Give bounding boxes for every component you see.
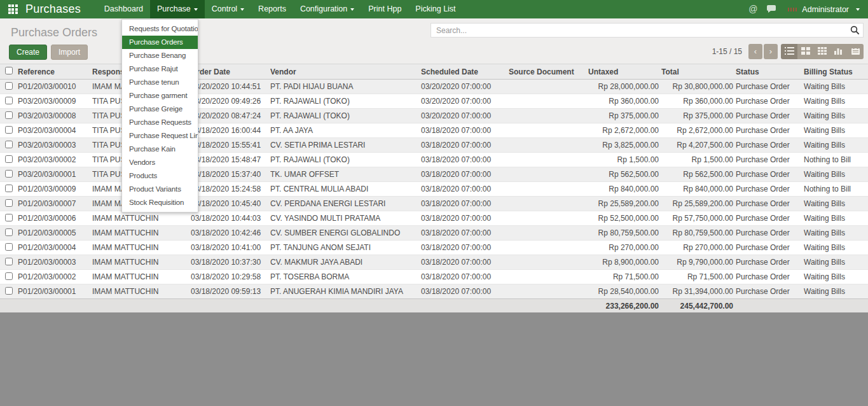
cell-scheduled-date: 03/18/2020 07:00:00: [421, 138, 509, 153]
menu-item-stock-requisition[interactable]: Stock Requisition: [122, 196, 198, 209]
cell-reference: P01/20/03/00004: [18, 241, 92, 255]
table-row[interactable]: P01/20/03/00001IMAM MATTUCHIN03/18/2020 …: [0, 284, 868, 299]
cell-untaxed: Rp 71,500.00: [588, 270, 661, 284]
cell-source-document: [509, 94, 588, 109]
view-switcher: [781, 44, 864, 59]
row-checkbox[interactable]: [5, 97, 13, 104]
menu-item-purchase-garment[interactable]: Purchase garment: [122, 89, 198, 102]
col-header-order-date[interactable]: Order Date: [191, 64, 270, 80]
cell-vendor: CV. PERDANA ENERGI LESTARI: [270, 197, 421, 211]
col-header-billing-status[interactable]: Billing Status: [804, 64, 868, 80]
cell-source-document: [509, 197, 588, 211]
nav-menu-picking-list[interactable]: Picking List: [408, 0, 462, 18]
mention-icon[interactable]: @: [748, 0, 757, 18]
pivot-view-button[interactable]: [814, 44, 830, 59]
menu-item-purchase-kain[interactable]: Purchase Kain: [122, 143, 198, 156]
cell-untaxed: Rp 270,000.00: [588, 241, 661, 255]
row-checkbox[interactable]: [5, 126, 13, 134]
nav-menu-dashboard[interactable]: Dashboard: [97, 0, 150, 18]
table-row[interactable]: P01/20/03/00006IMAM MATTUCHIN03/18/2020 …: [0, 211, 868, 226]
col-header-vendor[interactable]: Vendor: [270, 64, 421, 80]
cell-source-document: [509, 109, 588, 123]
row-checkbox[interactable]: [5, 214, 13, 221]
pager-next-button[interactable]: ›: [764, 44, 778, 59]
menu-item-purchase-rajut[interactable]: Purchase Rajut: [122, 62, 198, 76]
col-header-untaxed[interactable]: Untaxed: [588, 64, 661, 80]
pager-range[interactable]: 1-15 / 15: [712, 47, 742, 56]
cell-billing-status: Waiting Bills: [804, 167, 868, 182]
table-row[interactable]: P01/20/03/00002IMAM MATTUCHIN03/18/2020 …: [0, 270, 868, 284]
cell-billing-status: Waiting Bills: [804, 94, 868, 109]
cell-status: Purchase Order: [736, 197, 804, 211]
user-menu[interactable]: Administrator: [787, 5, 860, 14]
menu-item-purchase-benang[interactable]: Purchase Benang: [122, 49, 198, 62]
pager-previous-button[interactable]: ‹: [748, 44, 762, 59]
menu-item-purchase-request-lines[interactable]: Purchase Request Lines: [122, 129, 198, 143]
cell-vendor: PT. CENTRAL MULIA ABADI: [270, 182, 421, 197]
menu-item-products[interactable]: Products: [122, 169, 198, 183]
cell-reference: P03/20/03/00004: [18, 123, 92, 138]
cell-source-document: [509, 138, 588, 153]
create-button[interactable]: Create: [9, 45, 47, 60]
menu-item-purchase-greige[interactable]: Purchase Greige: [122, 102, 198, 116]
chat-icon[interactable]: [767, 5, 777, 13]
apps-menu-button[interactable]: [0, 0, 25, 18]
table-row[interactable]: P01/20/03/00004IMAM MATTUCHIN03/18/2020 …: [0, 241, 868, 255]
search-icon[interactable]: [850, 25, 860, 35]
menu-item-purchase-requests[interactable]: Purchase Requests: [122, 116, 198, 129]
row-checkbox[interactable]: [5, 272, 13, 280]
table-row[interactable]: P01/20/03/00003IMAM MATTUCHIN03/18/2020 …: [0, 255, 868, 270]
graph-view-button[interactable]: [830, 44, 847, 59]
total-untaxed: 233,266,200.00: [588, 299, 661, 313]
menu-item-purchase-orders[interactable]: Purchase Orders: [122, 36, 198, 49]
calendar-view-button[interactable]: [847, 44, 864, 59]
table-row[interactable]: P01/20/03/00005IMAM MATTUCHIN03/18/2020 …: [0, 226, 868, 241]
menu-item-vendors[interactable]: Vendors: [122, 156, 198, 169]
select-all-checkbox[interactable]: [5, 67, 13, 74]
cell-scheduled-date: 03/18/2020 07:00:00: [421, 270, 509, 284]
col-header-total[interactable]: Total: [661, 64, 736, 80]
cell-status: Purchase Order: [736, 109, 804, 123]
cell-source-document: [509, 270, 588, 284]
import-button[interactable]: Import: [51, 45, 88, 60]
row-checkbox[interactable]: [5, 199, 13, 207]
cell-scheduled-date: 03/18/2020 07:00:00: [421, 284, 509, 299]
row-checkbox[interactable]: [5, 243, 13, 251]
row-checkbox[interactable]: [5, 228, 13, 236]
row-checkbox[interactable]: [5, 141, 13, 148]
cell-untaxed: Rp 28,000,000.00: [588, 80, 661, 94]
search-input[interactable]: [431, 24, 863, 37]
kanban-view-button[interactable]: [797, 44, 814, 59]
row-checkbox[interactable]: [5, 111, 13, 119]
menu-item-purchase-tenun[interactable]: Purchase tenun: [122, 76, 198, 89]
col-header-scheduled-date[interactable]: Scheduled Date: [421, 64, 509, 80]
list-view-button[interactable]: [781, 44, 797, 59]
cell-billing-status: Waiting Bills: [804, 123, 868, 138]
cell-vendor: PT. RAJAWALI (TOKO): [270, 94, 421, 109]
nav-menu-print-hpp[interactable]: Print Hpp: [361, 0, 408, 18]
col-header-status[interactable]: Status: [736, 64, 804, 80]
row-checkbox[interactable]: [5, 82, 13, 90]
cell-vendor: PT. RAJAWALI (TOKO): [270, 109, 421, 123]
nav-menu-reports[interactable]: Reports: [251, 0, 293, 18]
nav-menu-configuration[interactable]: Configuration: [293, 0, 361, 18]
row-checkbox[interactable]: [5, 185, 13, 192]
row-checkbox[interactable]: [5, 258, 13, 265]
row-checkbox[interactable]: [5, 287, 13, 295]
nav-menu-purchase[interactable]: Purchase: [150, 0, 205, 18]
row-checkbox[interactable]: [5, 155, 13, 163]
nav-menu-label: Purchase: [157, 4, 191, 13]
row-checkbox[interactable]: [5, 170, 13, 178]
col-header-source-document[interactable]: Source Document: [509, 64, 588, 80]
cell-status: Purchase Order: [736, 270, 804, 284]
cell-scheduled-date: 03/20/2020 07:00:00: [421, 94, 509, 109]
cell-scheduled-date: 03/18/2020 07:00:00: [421, 167, 509, 182]
cell-billing-status: Waiting Bills: [804, 241, 868, 255]
col-header-reference[interactable]: Reference: [18, 64, 92, 80]
cell-untaxed: Rp 360,000.00: [588, 94, 661, 109]
totals-empty-cell: [191, 299, 270, 313]
cell-reference: P01/20/03/00009: [18, 182, 92, 197]
menu-item-product-variants[interactable]: Product Variants: [122, 183, 198, 196]
nav-menu-control[interactable]: Control: [205, 0, 251, 18]
menu-item-requests-for-quotation[interactable]: Requests for Quotation: [122, 22, 198, 36]
